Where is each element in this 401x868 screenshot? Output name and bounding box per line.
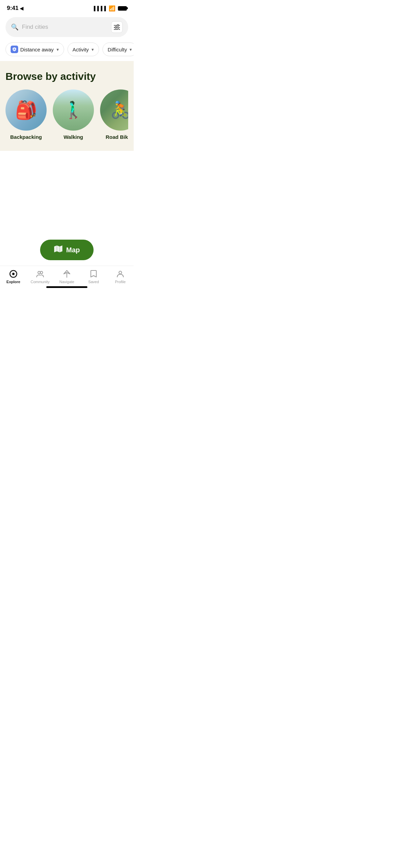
filter-button[interactable] [111,21,123,33]
svg-point-11 [38,272,40,274]
svg-point-13 [119,271,122,274]
activity-item-walking[interactable]: Walking [53,89,94,140]
browse-section: Browse by activity Backpacking Walking R… [0,61,134,151]
activity-item-road-biking[interactable]: Road Biking [100,89,128,140]
activity-scroll: Backpacking Walking Road Biking Off-r... [5,89,128,140]
wifi-icon: 📶 [109,5,116,12]
search-container: 🔍 Find cities [0,15,134,41]
svg-point-9 [12,273,15,275]
saved-label: Saved [88,280,99,284]
home-indicator [46,286,87,288]
backpacking-circle [5,89,47,131]
explore-label: Explore [7,280,20,284]
activity-item-backpacking[interactable]: Backpacking [5,89,47,140]
walking-label: Walking [64,134,83,140]
activity-pill[interactable]: Activity ▾ [68,43,99,56]
road-biking-circle [100,89,128,131]
map-button-area: Map [0,240,134,260]
distance-away-label: Distance away [20,47,54,52]
svg-point-1 [117,25,119,26]
map-button[interactable]: Map [40,240,94,260]
browse-title: Browse by activity [5,71,128,82]
signal-icon: ▐▐▐▐ [92,6,106,11]
activity-label: Activity [73,47,89,52]
nav-item-explore[interactable]: Explore [3,269,24,284]
difficulty-chevron: ▾ [130,47,132,52]
distance-away-pill[interactable]: Distance away ▾ [5,43,64,56]
sliders-icon [114,24,120,30]
map-folded-icon [54,245,63,253]
profile-label: Profile [115,280,125,284]
svg-point-5 [118,29,119,30]
location-arrow-icon: ◀ [20,6,23,11]
navigate-icon [62,269,71,278]
search-icon: 🔍 [11,23,19,31]
svg-point-12 [40,272,43,274]
nav-item-community[interactable]: Community [30,269,50,284]
saved-icon [89,269,98,278]
road-biking-label: Road Biking [106,134,128,140]
battery-icon [118,6,127,11]
nav-item-profile[interactable]: Profile [110,269,131,284]
shield-plus-icon [12,47,17,52]
nav-item-navigate[interactable]: Navigate [57,269,77,284]
backpacking-label: Backpacking [10,134,42,140]
status-bar: 9:41 ◀ ▐▐▐▐ 📶 [0,0,134,15]
status-time: 9:41 ◀ [7,5,23,12]
community-label: Community [31,280,50,284]
bottom-nav: Explore Community Navigate Saved Profile [0,266,134,289]
time-label: 9:41 [7,5,19,12]
map-icon [54,245,63,255]
activity-chevron: ▾ [92,47,94,52]
svg-point-3 [115,27,117,28]
difficulty-pill[interactable]: Difficulty ▾ [102,43,134,56]
community-icon [36,269,45,278]
search-bar[interactable]: 🔍 Find cities [5,17,128,37]
navigate-label: Navigate [59,280,74,284]
filter-pills-row: Distance away ▾ Activity ▾ Difficulty ▾ [0,41,134,61]
search-placeholder-text[interactable]: Find cities [22,24,108,31]
profile-icon [116,269,125,278]
distance-icon [11,46,18,53]
explore-icon [9,269,18,278]
distance-chevron: ▾ [57,47,59,52]
status-right-icons: ▐▐▐▐ 📶 [92,5,127,12]
white-content-area [0,151,134,281]
difficulty-label: Difficulty [108,47,127,52]
walking-circle [53,89,94,131]
nav-item-saved[interactable]: Saved [83,269,104,284]
map-button-label: Map [66,246,80,254]
